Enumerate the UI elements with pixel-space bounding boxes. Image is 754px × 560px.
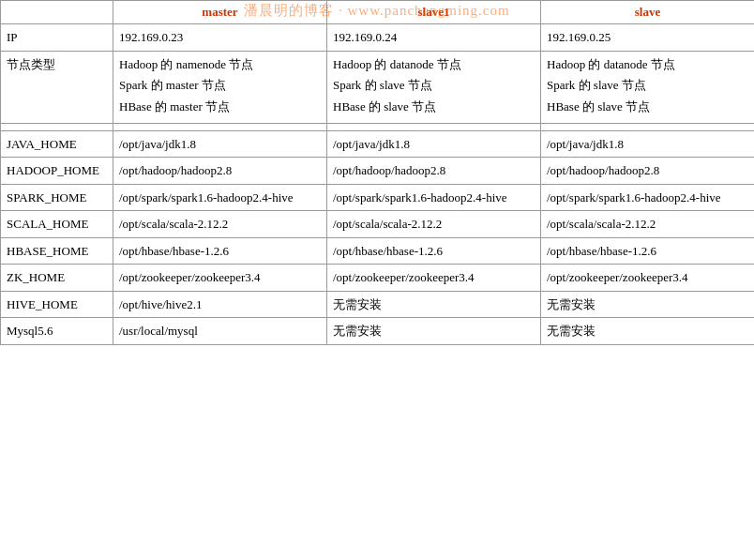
row-slave2-zk-home: /opt/zookeeper/zookeeper3.4 xyxy=(541,265,755,292)
row-label-ip: IP xyxy=(1,24,113,52)
table-row: HBASE_HOME/opt/hbase/hbase-1.2.6/opt/hba… xyxy=(1,237,755,265)
row-slave2-ip: 192.169.0.25 xyxy=(541,24,755,52)
row-label-hbase-home: HBASE_HOME xyxy=(1,237,113,265)
row-slave2-java-home: /opt/java/jdk1.8 xyxy=(541,130,755,158)
row-label-hive-home: HIVE_HOME xyxy=(1,291,113,318)
row-master-hadoop-home: /opt/hadoop/hadoop2.8 xyxy=(113,158,327,185)
row-label-java-home: JAVA_HOME xyxy=(1,130,113,158)
row-master-scala-home: /opt/scala/scala-2.12.2 xyxy=(113,211,327,238)
row-master-hbase-home: /opt/hbase/hbase-1.2.6 xyxy=(113,237,327,265)
row-slave2-node-type: Hadoop 的 datanode 节点Spark 的 slave 节点HBas… xyxy=(541,51,755,123)
table-row: SPARK_HOME/opt/spark/spark1.6-hadoop2.4-… xyxy=(1,184,755,211)
row-slave1-scala-home: /opt/scala/scala-2.12.2 xyxy=(327,211,541,238)
row-master-spark-home: /opt/spark/spark1.6-hadoop2.4-hive xyxy=(113,184,327,211)
row-label-zk-home: ZK_HOME xyxy=(1,265,113,292)
row-slave2-hbase-home: /opt/hbase/hbase-1.2.6 xyxy=(541,237,755,265)
header-row: master slave1 slave xyxy=(1,1,755,24)
row-master-mysql: /usr/local/mysql xyxy=(113,318,327,345)
row-slave1-zk-home: /opt/zookeeper/zookeeper3.4 xyxy=(327,265,541,292)
table-row: JAVA_HOME/opt/java/jdk1.8/opt/java/jdk1.… xyxy=(1,130,755,158)
row-slave1-ip: 192.169.0.24 xyxy=(327,24,541,52)
header-slave1: slave1 xyxy=(327,1,541,24)
row-label-scala-home: SCALA_HOME xyxy=(1,211,113,238)
row-master-ip: 192.169.0.23 xyxy=(113,24,327,52)
spacer-row xyxy=(1,123,755,130)
row-label-hadoop-home: HADOOP_HOME xyxy=(1,158,113,185)
row-slave2-mysql: 无需安装 xyxy=(541,318,755,345)
row-slave1-hbase-home: /opt/hbase/hbase-1.2.6 xyxy=(327,237,541,265)
row-slave2-hadoop-home: /opt/hadoop/hadoop2.8 xyxy=(541,158,755,185)
row-slave1-hive-home: 无需安装 xyxy=(327,291,541,318)
row-master-zk-home: /opt/zookeeper/zookeeper3.4 xyxy=(113,265,327,292)
row-label-mysql: Mysql5.6 xyxy=(1,318,113,345)
main-table: master slave1 slave IP192.169.0.23192.16… xyxy=(0,0,754,345)
row-slave1-node-type: Hadoop 的 datanode 节点Spark 的 slave 节点HBas… xyxy=(327,51,541,123)
row-slave1-hadoop-home: /opt/hadoop/hadoop2.8 xyxy=(327,158,541,185)
table-row: IP192.169.0.23192.169.0.24192.169.0.25 xyxy=(1,24,755,52)
row-slave2-spark-home: /opt/spark/spark1.6-hadoop2.4-hive xyxy=(541,184,755,211)
row-slave2-hive-home: 无需安装 xyxy=(541,291,755,318)
row-master-java-home: /opt/java/jdk1.8 xyxy=(113,130,327,158)
table-row: SCALA_HOME/opt/scala/scala-2.12.2/opt/sc… xyxy=(1,211,755,238)
table-row: ZK_HOME/opt/zookeeper/zookeeper3.4/opt/z… xyxy=(1,265,755,292)
row-slave1-java-home: /opt/java/jdk1.8 xyxy=(327,130,541,158)
row-slave2-scala-home: /opt/scala/scala-2.12.2 xyxy=(541,211,755,238)
row-slave1-spark-home: /opt/spark/spark1.6-hadoop2.4-hive xyxy=(327,184,541,211)
table-row: HIVE_HOME/opt/hive/hive2.1无需安装无需安装 xyxy=(1,291,755,318)
header-label xyxy=(1,1,113,24)
table-row: 节点类型Hadoop 的 namenode 节点Spark 的 master 节… xyxy=(1,51,755,123)
table-row: HADOOP_HOME/opt/hadoop/hadoop2.8/opt/had… xyxy=(1,158,755,185)
row-master-node-type: Hadoop 的 namenode 节点Spark 的 master 节点HBa… xyxy=(113,51,327,123)
row-label-spark-home: SPARK_HOME xyxy=(1,184,113,211)
header-master: master xyxy=(113,1,327,24)
row-master-hive-home: /opt/hive/hive2.1 xyxy=(113,291,327,318)
table-row: Mysql5.6/usr/local/mysql无需安装无需安装 xyxy=(1,318,755,345)
table-container: master slave1 slave IP192.169.0.23192.16… xyxy=(0,0,754,345)
row-slave1-mysql: 无需安装 xyxy=(327,318,541,345)
row-label-node-type: 节点类型 xyxy=(1,51,113,123)
header-slave2: slave xyxy=(541,1,755,24)
